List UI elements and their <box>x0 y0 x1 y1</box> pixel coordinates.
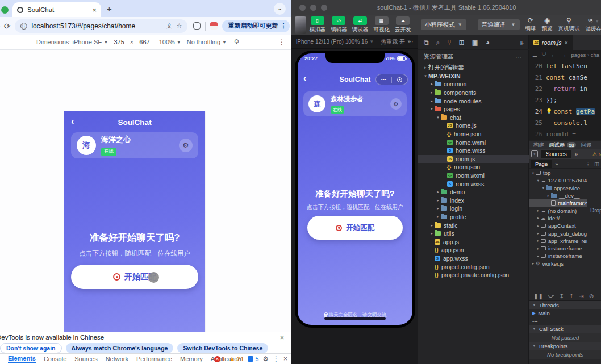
throttling-select[interactable]: No throttling <box>187 39 220 45</box>
tab-elements[interactable]: Elements <box>8 355 36 363</box>
step-into-icon[interactable]: ↧ <box>559 293 564 299</box>
explorer-item-index[interactable]: ▸index <box>418 196 529 205</box>
files-icon[interactable]: ⧉ <box>424 39 429 47</box>
tab-sources[interactable]: Sources <box>74 355 97 362</box>
explorer-item-demo[interactable]: ▸demo <box>418 188 529 196</box>
page-tree-item-ide://[interactable]: ▸☁ide:// <box>529 215 587 222</box>
new-tab-button[interactable]: + <box>107 4 112 14</box>
extension-update-button[interactable]: 重新启动即可更新 ⋮ <box>222 20 290 32</box>
page-tree-item-appservice[interactable]: ▾appservice <box>529 185 587 192</box>
collapse-panel-icon[interactable]: ◫ <box>594 161 599 167</box>
explorer-item-app.json[interactable]: {}app.json <box>418 246 529 254</box>
back-icon[interactable]: ‹ <box>303 73 306 83</box>
page-tree-item-appContext[interactable]: ▸appContext <box>529 222 587 229</box>
tab-performance[interactable]: Performance <box>136 355 172 362</box>
bookmark-icon[interactable]: ⛉ <box>542 51 546 58</box>
switch-chinese-button[interactable]: Switch DevTools to Chinese <box>177 343 268 353</box>
settings-gear-icon[interactable]: ⚙ <box>390 98 402 110</box>
threads-header[interactable]: ▾Threads <box>529 301 601 309</box>
code-editor[interactable]: 20let lastSen21const canSe22 return in23… <box>529 60 601 151</box>
code-line-23[interactable]: 23}); <box>529 94 601 106</box>
compile-mode-select[interactable]: 普通编译▼ <box>478 19 520 30</box>
user-card[interactable]: 森 森林漫步者 在线 ⚙ <box>303 91 407 116</box>
page-tree-item-app_xrframe_rende[interactable]: ▸app_xrframe_rende <box>529 237 587 245</box>
explorer-item-app.js[interactable]: JSapp.js <box>418 237 529 246</box>
npm-icon[interactable]: ◕ <box>486 39 490 47</box>
traffic-light-close[interactable] <box>299 5 306 11</box>
page-tree-item-app_sub_debugCo[interactable]: ▸app_sub_debugCo <box>529 229 587 237</box>
lightbulb-icon[interactable]: 💡 <box>546 108 552 114</box>
tab-problems[interactable]: 问题 <box>581 141 591 149</box>
zoom-select[interactable]: 100% <box>159 39 175 45</box>
explorer-item-login[interactable]: ▸login <box>418 204 529 213</box>
explorer-item-MP-WEIXIN[interactable]: ▾MP-WEIXIN <box>418 72 529 81</box>
tab-debugger[interactable]: 调试器 <box>549 141 565 149</box>
toolbar-visualize-button[interactable]: ▦可视化 <box>372 16 392 34</box>
call-stack-header[interactable]: ▾Call Stack <box>529 325 601 333</box>
viewport-width-input[interactable]: 375 <box>114 39 124 45</box>
explorer-item-room.wxss[interactable]: Sroom.wxss <box>418 179 529 188</box>
tab-search-button[interactable]: ⌄ <box>274 3 286 15</box>
explorer-item-profile[interactable]: ▸profile <box>418 213 529 221</box>
settings-gear-icon[interactable]: ⚙ <box>179 139 193 152</box>
kebab-icon[interactable]: ⋮ <box>280 22 286 30</box>
page-tree-item-top[interactable]: ▾top <box>529 169 587 177</box>
explorer-more-icon[interactable]: ⋯ <box>516 53 523 60</box>
page-tree-item-__dev__[interactable]: ▸__dev__ <box>529 192 587 199</box>
device-select[interactable]: Dimensions: iPhone SE <box>36 39 102 45</box>
breakpoints-header[interactable]: ▾Breakpoints <box>529 342 601 350</box>
explorer-item-room.json[interactable]: {}room.json <box>418 163 529 171</box>
page-tree-item-worker.js[interactable]: ▸⚙worker.js <box>529 260 587 267</box>
device-toolbar-menu-icon[interactable]: ⋮ <box>278 38 285 46</box>
search-icon[interactable]: ⌕ <box>436 39 440 47</box>
thread-main[interactable]: ▶Main <box>529 309 601 317</box>
extensions-icon[interactable]: ⊞ <box>459 39 465 47</box>
page-tree-item-mainframe?v=3[interactable]: mainframe?v=3 <box>529 199 587 207</box>
issues-icon[interactable] <box>248 356 253 362</box>
source-control-icon[interactable]: ⑂ <box>447 39 451 47</box>
code-line-22[interactable]: 22 return in <box>529 83 601 94</box>
match-language-button[interactable]: Always match Chrome's language <box>66 343 174 353</box>
page-tree-item-(no domain)[interactable]: ▸☁(no domain) <box>529 207 587 214</box>
more-tabs-icon[interactable]: » <box>555 161 558 167</box>
compile-button[interactable]: ⟳编译 <box>525 17 536 32</box>
account-avatar[interactable] <box>295 16 306 34</box>
mode-select[interactable]: 小程序模式▼ <box>421 19 466 30</box>
remote-debug-button[interactable]: ⚲真机调试 <box>558 17 580 32</box>
step-out-icon[interactable]: ↥ <box>569 293 574 299</box>
side-panel-icon[interactable] <box>193 22 201 30</box>
tab-sources[interactable]: Sources <box>541 150 571 158</box>
page-menu-icon[interactable]: ⋮ <box>586 161 591 167</box>
reload-icon[interactable]: ⟳ <box>4 22 11 31</box>
explorer-item-project.private.config.json[interactable]: {}project.private.config.json <box>418 271 529 279</box>
explorer-item-static[interactable]: ▸static <box>418 221 529 229</box>
explorer-item-project.config.json[interactable]: {}project.config.json <box>418 262 529 271</box>
deactivate-breakpoints-icon[interactable]: ⊘ <box>589 293 594 299</box>
traffic-light-green[interactable] <box>1 6 9 14</box>
outline-icon[interactable]: ☰ <box>532 52 537 58</box>
warning-badge[interactable]: ⚠ 5 <box>592 151 601 157</box>
extension-icon[interactable] <box>210 22 218 30</box>
tab-console[interactable]: Console <box>44 355 66 362</box>
tab-memory[interactable]: Memory <box>180 355 203 362</box>
forward-icon[interactable]: › <box>0 22 1 31</box>
toolbar-simulator-button[interactable]: ▯模拟器 <box>307 16 328 34</box>
explorer-item-home.wxss[interactable]: Shome.wxss <box>418 147 529 155</box>
explorer-item-chat[interactable]: ▾chat <box>418 114 529 122</box>
code-line-20[interactable]: 20let lastSen <box>529 60 601 72</box>
traffic-light-minimize[interactable] <box>310 5 316 11</box>
tab-build[interactable]: 构建 <box>533 141 544 149</box>
preview-button[interactable]: ◉预览 <box>542 17 553 32</box>
simulator-more-icon[interactable]: ⋯ <box>408 39 414 45</box>
page-tree-item-127.0.0.1:57604[interactable]: ▾☁127.0.0.1:57604 <box>529 177 587 184</box>
explorer-item-app.wxss[interactable]: Sapp.wxss <box>418 254 529 263</box>
code-line-24[interactable]: 24💡const getPa <box>529 106 601 117</box>
capsule-menu-icon[interactable]: ••• <box>381 74 387 85</box>
explorer-item-room.js[interactable]: JSroom.js <box>418 155 529 164</box>
preview-icon[interactable]: ▣ <box>472 39 478 47</box>
bookmark-star-icon[interactable]: ☆ <box>177 22 182 30</box>
tab-page[interactable]: Page <box>531 160 552 168</box>
viewport-height-input[interactable]: 667 <box>139 39 149 45</box>
breadcrumb[interactable]: pages › cha <box>571 52 599 58</box>
more-tabs-icon[interactable]: » <box>575 151 578 157</box>
